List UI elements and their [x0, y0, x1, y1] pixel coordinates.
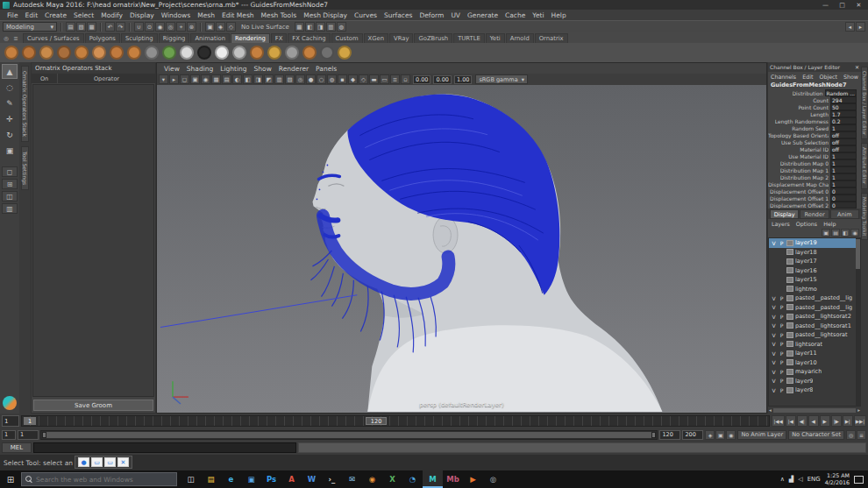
viewport-menu-item[interactable]: Show [251, 65, 275, 73]
viewport-toolbar-icon[interactable]: ▸ [169, 74, 179, 84]
minimize-button[interactable]: — [819, 2, 832, 9]
animation-start-field[interactable]: 1 [2, 430, 16, 440]
layer-color-swatch[interactable] [786, 314, 793, 320]
layout-button[interactable]: ◻ [2, 166, 18, 177]
menu-item[interactable]: UV [447, 11, 464, 19]
taskbar-app-icon[interactable]: A [281, 470, 302, 488]
layer-row[interactable]: V P pasted__lightsorat1 [769, 322, 860, 331]
layer-row[interactable]: layer18 [769, 248, 860, 258]
playback-start-field[interactable]: 1 [18, 430, 39, 440]
layer-row[interactable]: V P pasted__pasted__lig [769, 294, 860, 303]
gamma-field[interactable]: 1.00 [454, 75, 472, 84]
layer-color-swatch[interactable] [786, 295, 793, 301]
layer-playback-toggle[interactable]: P [779, 322, 785, 329]
layer-row[interactable]: V P mayarich [769, 367, 860, 377]
file-operation-icon[interactable]: ▧ [76, 22, 86, 32]
attribute-value-field[interactable]: 1 [830, 166, 857, 173]
taskbar-app-icon[interactable]: ▤ [201, 470, 221, 488]
attribute-value-field[interactable]: 0 [830, 187, 857, 194]
shelf-tab[interactable]: GoZBrush [414, 33, 452, 43]
attribute-value-field[interactable]: off [830, 131, 857, 138]
shelf-tab[interactable]: Polygons [85, 33, 120, 43]
layer-playback-toggle[interactable]: P [779, 341, 785, 347]
layer-row[interactable]: V P layer19 [769, 238, 860, 248]
viewport-toolbar-icon[interactable]: ● [306, 74, 316, 84]
layer-color-swatch[interactable] [786, 249, 793, 255]
playback-button[interactable]: |▶ [831, 415, 842, 427]
attribute-value-field[interactable]: 1 [830, 173, 857, 180]
shelf-icon[interactable] [197, 46, 211, 60]
snap-icon[interactable]: ⊙ [145, 22, 154, 32]
viewport-toolbar-icon[interactable]: ◉ [201, 74, 210, 84]
menu-item[interactable]: Mesh [194, 11, 218, 19]
attribute-label[interactable]: Displacement Offset 2 [770, 202, 829, 209]
shelf-tab[interactable]: XGen [364, 33, 388, 43]
snap-icon[interactable]: ∪ [134, 22, 144, 32]
shelf-tab[interactable]: Custom [331, 33, 363, 43]
mel-command-input[interactable] [33, 442, 296, 453]
shelf-icon[interactable] [162, 46, 176, 60]
shelf-tab[interactable]: FX Caching [288, 33, 330, 43]
viewport-toolbar-icon[interactable]: ▣ [190, 74, 200, 84]
shelf-tab[interactable]: Rigging [159, 33, 190, 43]
taskbar-app-icon[interactable]: ▣ [241, 470, 261, 488]
volume-icon[interactable]: ◁ [798, 476, 802, 483]
layer-color-swatch[interactable] [786, 267, 793, 273]
taskbar-app-icon[interactable]: ✉ [342, 470, 362, 488]
layer-visibility-toggle[interactable]: V [771, 350, 777, 357]
menu-item[interactable]: Curves [351, 11, 381, 19]
layer-editor-menu-item[interactable]: Help [823, 221, 836, 227]
viewport-toolbar-icon[interactable]: ◎ [295, 74, 305, 84]
shelf-icon[interactable] [338, 46, 352, 60]
taskbar-app-icon[interactable]: X [382, 470, 402, 488]
shelf-tab[interactable]: Rendering [231, 33, 270, 43]
snip-button[interactable]: ▭ [104, 457, 116, 467]
attribute-label[interactable]: Distribution Map 0 [780, 160, 829, 166]
shelf-icon[interactable] [232, 46, 246, 60]
undo-redo-icon[interactable]: ↷ [116, 22, 125, 32]
layer-color-swatch[interactable] [786, 341, 793, 347]
attribute-value-field[interactable]: 294 [830, 96, 857, 103]
layer-editor-tab[interactable]: Anim [830, 209, 859, 219]
layer-row[interactable]: V P lightsorat [769, 340, 860, 350]
layer-toolbar-icon[interactable]: ▤ [831, 229, 840, 237]
layer-color-swatch[interactable] [786, 369, 793, 375]
history-icon[interactable]: ▣ [205, 22, 215, 32]
shelf-icon[interactable] [22, 46, 36, 60]
menu-item[interactable]: Windows [158, 11, 194, 19]
file-operation-icon[interactable]: ▦ [87, 22, 96, 32]
menu-item[interactable]: Generate [464, 11, 502, 19]
taskbar-app-icon[interactable]: Ps [261, 470, 281, 488]
attribute-value-field[interactable]: 0.2 [830, 117, 857, 124]
viewport-toolbar-icon[interactable]: ○ [317, 74, 326, 84]
render-icon[interactable]: ◍ [337, 22, 346, 32]
taskbar-app-icon[interactable]: ◫ [181, 470, 201, 488]
attribute-label[interactable]: Distribution Map 2 [780, 174, 829, 180]
menu-item[interactable]: Display [126, 11, 158, 19]
tool-icon[interactable]: ↻ [2, 127, 18, 142]
shelf-menu-icon[interactable]: ◎ [2, 34, 11, 43]
panel-title[interactable]: Ornatrix Operators Stack [32, 63, 155, 74]
shelf-tab[interactable]: FX [271, 33, 288, 43]
layer-color-swatch[interactable] [786, 387, 793, 393]
viewport-toolbar-icon[interactable]: ◍ [327, 74, 337, 84]
layer-row[interactable]: V P layer8 [769, 385, 860, 395]
shelf-tab[interactable]: Sculpting [121, 33, 158, 43]
layer-toolbar-icon[interactable]: ◉ [850, 229, 859, 237]
layer-list-scrollbar[interactable] [856, 238, 860, 406]
notification-center-icon[interactable] [854, 476, 864, 484]
shelf-menu-icon[interactable]: ≡ [11, 34, 20, 43]
attribute-value-field[interactable]: 1 [830, 180, 857, 187]
no-live-surface-label[interactable]: No Live Surface [238, 24, 293, 31]
shelf-icon[interactable] [110, 46, 124, 60]
viewport-menu-item[interactable]: Panels [312, 65, 340, 73]
layer-visibility-toggle[interactable]: V [771, 341, 777, 347]
shelf-tab[interactable]: Ornatrix [535, 33, 568, 43]
viewport-menu-item[interactable]: Shading [183, 65, 217, 73]
range-slider[interactable] [40, 430, 658, 440]
attribute-value-field[interactable]: 1 [830, 124, 857, 131]
playback-option-icon[interactable]: ◈ [705, 430, 715, 440]
menu-item[interactable]: Mesh Display [300, 11, 351, 19]
shelf-icon[interactable] [92, 46, 106, 60]
render-icon[interactable]: ◧ [305, 22, 315, 32]
